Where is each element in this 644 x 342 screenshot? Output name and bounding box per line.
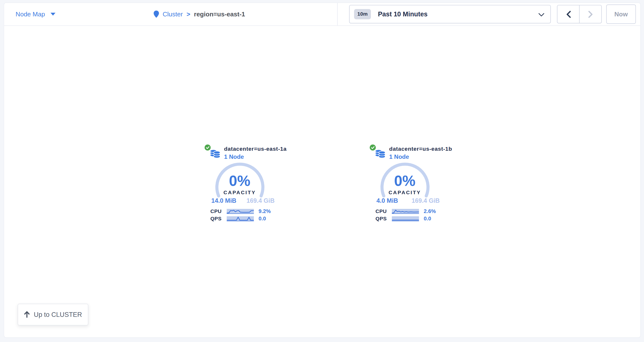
- locality-name: datacenter=us-east-1b: [389, 146, 452, 152]
- header-bar: Node Map Cluster > region=us-east-1 10m …: [4, 3, 640, 26]
- chevron-left-icon: [566, 10, 571, 18]
- time-step-forward-button[interactable]: [580, 5, 601, 23]
- cpu-value: 2.6%: [424, 208, 436, 214]
- breadcrumb: Cluster > region=us-east-1: [154, 3, 245, 25]
- qps-metric-row: QPS 0.0: [370, 216, 431, 221]
- chevron-right-icon: [588, 10, 593, 18]
- cpu-sparkline: [392, 209, 419, 214]
- header-time-section: 10m Past 10 Minutes: [338, 3, 640, 25]
- capacity-used: 14.0 MiB: [211, 197, 236, 204]
- up-to-cluster-button[interactable]: Up to CLUSTER: [18, 304, 88, 326]
- up-to-cluster-label: Up to CLUSTER: [34, 311, 82, 318]
- chevron-down-icon: [538, 13, 544, 16]
- view-selector-label: Node Map: [16, 10, 45, 18]
- time-range-dropdown[interactable]: 10m Past 10 Minutes: [349, 5, 551, 23]
- locality-name: datacenter=us-east-1a: [224, 146, 286, 152]
- qps-sparkline: [392, 216, 419, 221]
- time-range-badge: 10m: [354, 9, 371, 19]
- cpu-metric-row: CPU 9.2%: [205, 208, 271, 214]
- locality-card-us-east-1b[interactable]: datacenter=us-east-1b 1 Node 0% CAPACITY…: [360, 144, 450, 228]
- locality-node-count: 1 Node: [389, 153, 409, 160]
- map-pin-icon: [154, 10, 159, 18]
- capacity-percent: 0%: [360, 174, 450, 188]
- node-map-panel: Node Map Cluster > region=us-east-1 10m …: [4, 2, 641, 338]
- time-step-buttons: [557, 5, 602, 23]
- database-stack-icon: [375, 148, 386, 160]
- locality-node-count: 1 Node: [224, 153, 244, 160]
- qps-value: 0.0: [259, 215, 266, 222]
- qps-label: QPS: [370, 216, 387, 222]
- breadcrumb-separator: >: [186, 10, 190, 18]
- cpu-sparkline: [227, 209, 254, 214]
- capacity-label: CAPACITY: [194, 190, 285, 195]
- arrow-up-icon: [24, 311, 30, 318]
- cpu-metric-row: CPU 2.6%: [370, 208, 436, 214]
- breadcrumb-current: region=us-east-1: [194, 10, 245, 18]
- node-map-canvas: datacenter=us-east-1a 1 Node 0% CAPACITY…: [4, 26, 640, 338]
- capacity-total: 169.4 GiB: [246, 197, 274, 204]
- cpu-label: CPU: [370, 208, 387, 214]
- capacity-values: 14.0 MiB 169.4 GiB: [211, 197, 274, 204]
- breadcrumb-cluster-link[interactable]: Cluster: [162, 10, 183, 18]
- capacity-percent: 0%: [194, 174, 285, 188]
- status-ok-check-icon: [204, 144, 210, 150]
- time-range-label: Past 10 Minutes: [378, 10, 428, 18]
- node-map-page: Node Map Cluster > region=us-east-1 10m …: [0, 0, 644, 342]
- capacity-values: 4.0 MiB 169.4 GiB: [376, 197, 440, 204]
- capacity-total: 169.4 GiB: [412, 197, 440, 204]
- chevron-down-icon: [50, 13, 55, 16]
- header-left-section: Node Map Cluster > region=us-east-1: [4, 3, 337, 25]
- view-selector-dropdown[interactable]: Node Map: [16, 10, 55, 18]
- qps-metric-row: QPS 0.0: [205, 216, 266, 221]
- now-button[interactable]: Now: [606, 4, 636, 24]
- status-ok-check-icon: [370, 144, 376, 150]
- qps-label: QPS: [205, 216, 222, 222]
- time-step-back-button[interactable]: [558, 5, 580, 23]
- capacity-used: 4.0 MiB: [376, 197, 398, 204]
- cpu-label: CPU: [205, 208, 222, 214]
- locality-card-us-east-1a[interactable]: datacenter=us-east-1a 1 Node 0% CAPACITY…: [194, 144, 285, 228]
- database-stack-icon: [210, 148, 220, 160]
- cpu-value: 9.2%: [259, 208, 271, 214]
- qps-sparkline: [227, 216, 254, 221]
- capacity-label: CAPACITY: [360, 190, 450, 195]
- qps-value: 0.0: [424, 215, 431, 222]
